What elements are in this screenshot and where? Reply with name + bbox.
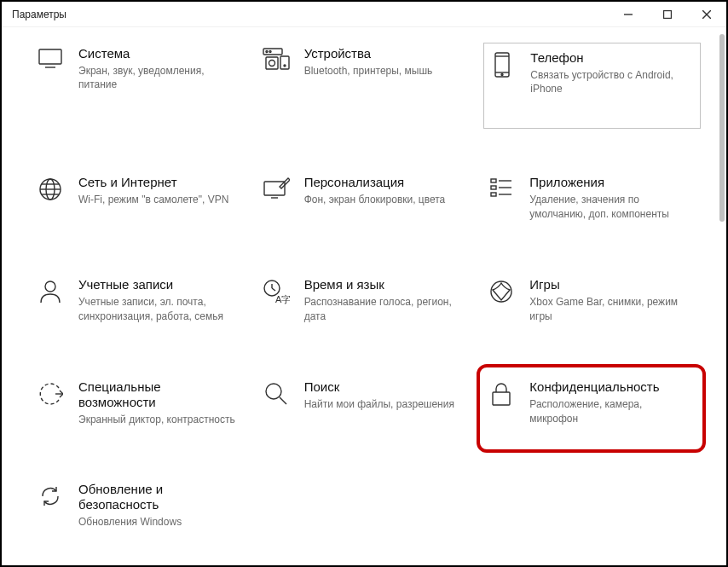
tile-desc: Обновления Windows <box>78 515 241 529</box>
svg-rect-24 <box>491 179 496 182</box>
close-button[interactable] <box>687 2 726 26</box>
svg-point-7 <box>266 51 268 53</box>
tile-desc: Экранный диктор, контрастность <box>78 413 241 426</box>
tile-title: Игры <box>529 277 692 292</box>
tile-phone[interactable]: Телефон Связать устройство с Android, iP… <box>483 43 701 129</box>
tile-desc: Wi-Fi, режим "в самолете", VPN <box>78 193 241 206</box>
devices-icon <box>262 46 291 70</box>
tile-desc: Xbox Game Bar, снимки, режим игры <box>529 295 692 322</box>
tile-title: Конфиденциальность <box>529 379 692 395</box>
window-controls <box>609 2 726 26</box>
tile-desc: Распознавание голоса, регион, дата <box>304 295 467 322</box>
tile-desc: Найти мои файлы, разрешения <box>304 397 467 411</box>
tile-search[interactable]: Поиск Найти мои файлы, разрешения <box>258 376 476 436</box>
globe-icon <box>36 175 65 202</box>
tile-time-language[interactable]: A字 Время и язык Распознавание голоса, ре… <box>258 274 476 333</box>
update-icon <box>36 482 65 509</box>
tile-accounts[interactable]: Учетные записи Учетные записи, эл. почта… <box>32 274 250 333</box>
tile-apps[interactable]: Приложения Удаление, значения по умолчан… <box>483 171 701 231</box>
tile-desc: Удаление, значения по умолчанию, доп. ко… <box>529 193 692 220</box>
svg-rect-11 <box>280 56 289 69</box>
time-language-icon: A字 <box>262 277 291 304</box>
maximize-button[interactable] <box>648 2 687 26</box>
svg-rect-28 <box>491 193 496 196</box>
tile-desc: Фон, экран блокировки, цвета <box>304 193 467 206</box>
tile-desc: Учетные записи, эл. почта, синхронизация… <box>78 295 241 322</box>
tile-system[interactable]: Система Экран, звук, уведомления, питани… <box>32 43 250 129</box>
tile-ease-of-access[interactable]: Специальные возможности Экранный диктор,… <box>32 376 250 436</box>
tile-title: Специальные возможности <box>78 379 241 410</box>
lock-icon <box>487 379 516 407</box>
svg-point-12 <box>284 65 286 67</box>
svg-rect-1 <box>664 10 672 18</box>
tile-title: Учетные записи <box>78 277 241 292</box>
tile-desc: Экран, звук, уведомления, питание <box>78 64 241 91</box>
svg-point-37 <box>266 384 281 399</box>
svg-text:A字: A字 <box>275 294 290 304</box>
minimize-button[interactable] <box>609 2 648 26</box>
tile-title: Устройства <box>304 46 467 61</box>
window-title: Параметры <box>12 9 66 20</box>
tile-devices[interactable]: Устройства Bluetooth, принтеры, мышь <box>258 43 476 129</box>
titlebar: Параметры <box>2 2 726 27</box>
tile-title: Персонализация <box>304 175 467 190</box>
person-icon <box>36 277 65 304</box>
tile-title: Время и язык <box>304 277 467 292</box>
svg-rect-39 <box>493 392 510 405</box>
svg-line-38 <box>280 397 286 404</box>
svg-point-10 <box>269 61 274 67</box>
tile-title: Сеть и Интернет <box>78 175 241 190</box>
tile-title: Поиск <box>304 379 467 395</box>
phone-icon <box>488 50 517 78</box>
ease-of-access-icon <box>36 379 65 407</box>
tile-desc: Bluetooth, принтеры, мышь <box>304 64 467 78</box>
tile-title: Телефон <box>530 50 691 66</box>
apps-icon <box>487 175 516 199</box>
display-icon <box>36 46 65 70</box>
tile-gaming[interactable]: Игры Xbox Game Bar, снимки, режим игры <box>483 274 701 333</box>
tile-network[interactable]: Сеть и Интернет Wi-Fi, режим "в самолете… <box>32 171 250 231</box>
svg-line-33 <box>272 288 275 291</box>
scrollbar-thumb[interactable] <box>719 34 725 222</box>
tile-desc: Связать устройство с Android, iPhone <box>530 68 691 95</box>
gaming-icon <box>487 277 516 304</box>
personalization-icon <box>262 175 291 200</box>
tile-privacy[interactable]: Конфиденциальность Расположение, камера,… <box>477 364 706 453</box>
svg-rect-4 <box>39 49 61 64</box>
tile-update-security[interactable]: Обновление и безопасность Обновления Win… <box>32 478 250 538</box>
svg-point-30 <box>45 281 55 292</box>
svg-rect-9 <box>266 57 278 69</box>
tile-title: Приложения <box>529 175 692 190</box>
tile-title: Система <box>78 46 241 61</box>
tile-title: Обновление и безопасность <box>78 482 241 512</box>
svg-point-8 <box>269 51 271 53</box>
tile-desc: Расположение, камера, микрофон <box>529 397 692 425</box>
content-area: Система Экран, звук, уведомления, питани… <box>2 27 726 565</box>
tile-personalization[interactable]: Персонализация Фон, экран блокировки, цв… <box>258 171 476 231</box>
svg-rect-26 <box>491 186 496 189</box>
search-icon <box>262 379 291 407</box>
svg-point-16 <box>501 74 503 76</box>
